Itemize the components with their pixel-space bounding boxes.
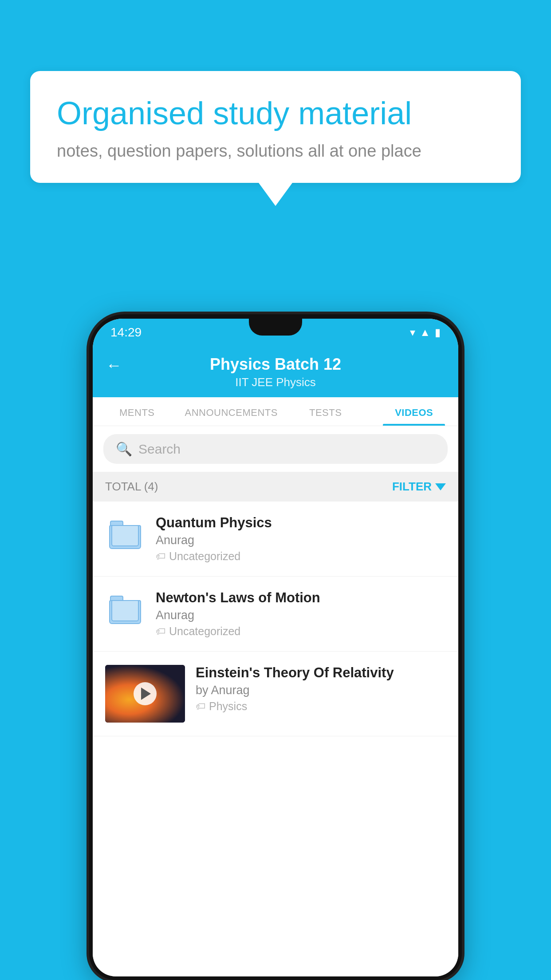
video-item-info: Quantum Physics Anurag 🏷 Uncategorized <box>156 515 446 563</box>
video-author: by Anurag <box>196 684 446 697</box>
video-list: Quantum Physics Anurag 🏷 Uncategorized <box>93 502 458 976</box>
video-author: Anurag <box>156 533 446 547</box>
video-item-icon-wrap <box>105 515 145 555</box>
speech-bubble-arrow <box>259 183 292 206</box>
battery-icon: ▮ <box>435 326 441 339</box>
video-title: Newton's Laws of Motion <box>156 590 446 606</box>
tag-icon: 🏷 <box>156 626 165 637</box>
folder-icon <box>109 521 141 549</box>
tab-bar: MENTS ANNOUNCEMENTS TESTS VIDEOS <box>93 397 458 426</box>
list-item[interactable]: Einstein's Theory Of Relativity by Anura… <box>93 652 458 736</box>
video-title: Quantum Physics <box>156 515 446 531</box>
speech-bubble-card: Organised study material notes, question… <box>30 71 521 183</box>
search-input[interactable]: Search <box>138 442 181 457</box>
header-subtitle: IIT JEE Physics <box>235 375 316 389</box>
video-tag: 🏷 Physics <box>196 700 446 713</box>
speech-bubble-title: Organised study material <box>57 95 494 132</box>
filter-button[interactable]: FILTER <box>392 480 446 494</box>
folder-icon <box>109 596 141 624</box>
app-header: ← Physics Batch 12 IIT JEE Physics <box>93 346 458 397</box>
back-button[interactable]: ← <box>106 356 122 375</box>
filter-bar: TOTAL (4) FILTER <box>93 472 458 502</box>
folder-front <box>111 600 139 621</box>
tab-tests[interactable]: TESTS <box>281 397 370 426</box>
phone-frame: 14:29 ▾ ▲ ▮ ← Physics Batch 12 IIT JEE P… <box>89 314 462 980</box>
tab-videos[interactable]: VIDEOS <box>370 397 458 426</box>
search-container: 🔍 Search <box>93 426 458 472</box>
signal-icon: ▲ <box>420 326 430 339</box>
search-bar[interactable]: 🔍 Search <box>103 434 448 464</box>
phone-notch <box>249 319 302 336</box>
tag-icon: 🏷 <box>196 701 205 712</box>
speech-bubble-section: Organised study material notes, question… <box>30 71 521 206</box>
tab-announcements[interactable]: ANNOUNCEMENTS <box>181 397 281 426</box>
video-item-icon-wrap <box>105 590 145 630</box>
search-icon: 🔍 <box>116 441 132 457</box>
play-button[interactable] <box>134 682 157 705</box>
status-icons: ▾ ▲ ▮ <box>410 326 441 339</box>
video-item-info: Einstein's Theory Of Relativity by Anura… <box>196 665 446 713</box>
video-tag: 🏷 Uncategorized <box>156 550 446 563</box>
video-item-info: Newton's Laws of Motion Anurag 🏷 Uncateg… <box>156 590 446 638</box>
filter-icon <box>435 483 446 490</box>
play-icon <box>141 688 151 700</box>
video-thumbnail <box>105 665 185 723</box>
video-tag: 🏷 Uncategorized <box>156 625 446 638</box>
wifi-icon: ▾ <box>410 326 415 339</box>
speech-bubble-subtitle: notes, question papers, solutions all at… <box>57 142 494 161</box>
phone-screen: 14:29 ▾ ▲ ▮ ← Physics Batch 12 IIT JEE P… <box>93 319 458 976</box>
filter-label: FILTER <box>392 480 432 494</box>
tag-icon: 🏷 <box>156 551 165 562</box>
status-bar: 14:29 ▾ ▲ ▮ <box>93 319 458 346</box>
total-count: TOTAL (4) <box>105 480 158 494</box>
video-author: Anurag <box>156 609 446 622</box>
video-title: Einstein's Theory Of Relativity <box>196 665 446 681</box>
list-item[interactable]: Newton's Laws of Motion Anurag 🏷 Uncateg… <box>93 577 458 652</box>
status-time: 14:29 <box>110 325 142 340</box>
header-title: Physics Batch 12 <box>210 355 341 374</box>
tab-ments[interactable]: MENTS <box>93 397 181 426</box>
folder-front <box>111 525 139 546</box>
list-item[interactable]: Quantum Physics Anurag 🏷 Uncategorized <box>93 502 458 577</box>
